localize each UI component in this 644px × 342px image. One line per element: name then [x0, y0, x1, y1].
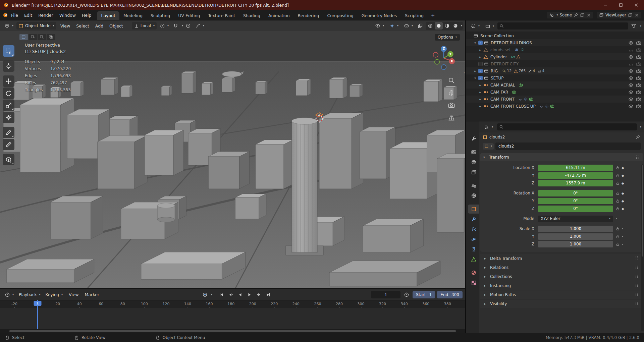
keyframe-diamond-icon[interactable]: ◆: [622, 181, 624, 185]
property-field-y[interactable]: -472.75 m: [538, 172, 613, 179]
outliner-filter-button[interactable]: [630, 22, 638, 30]
playhead[interactable]: 1: [37, 300, 38, 329]
scrollbar-handle[interactable]: [9, 330, 456, 332]
mode-select[interactable]: Object Mode▾: [16, 22, 56, 30]
workspace-tab-shading[interactable]: Shading: [239, 11, 264, 20]
properties-tab-material[interactable]: [468, 268, 479, 277]
animate-dot-icon[interactable]: •: [622, 235, 624, 238]
disable-render-toggle[interactable]: [636, 61, 641, 67]
viewport-canvas[interactable]: Options▾ User Perspective (1) SETUP | cl…: [0, 31, 465, 288]
lock-icon[interactable]: [615, 199, 620, 203]
panel-section-collections[interactable]: ▸Collections: [480, 272, 643, 281]
timeline-scrollbar[interactable]: [0, 329, 465, 333]
workspace-tab-layout[interactable]: Layout: [97, 11, 119, 20]
viewport-menu-select[interactable]: Select: [73, 22, 92, 30]
outliner-row-clouds-set[interactable]: ▸clouds set: [466, 46, 644, 53]
gizmos-button[interactable]: ▾: [387, 22, 400, 30]
menu-window[interactable]: Window: [56, 11, 79, 19]
lock-icon[interactable]: [615, 242, 620, 246]
hide-viewport-toggle[interactable]: [628, 104, 634, 109]
cursor-tool[interactable]: [3, 60, 14, 72]
timeline-menu-marker[interactable]: Marker: [82, 291, 102, 298]
panel-section-delta-transform[interactable]: ▸Delta Transform: [480, 254, 643, 263]
timeline-ruler[interactable]: -202040608010012014016018020022024026028…: [0, 300, 465, 308]
add-cube-tool[interactable]: [3, 154, 14, 165]
property-field-z[interactable]: 1.000: [538, 241, 613, 247]
viewlayer-selector[interactable]: ViewLayer: [597, 12, 641, 18]
animate-dot-icon[interactable]: •: [622, 242, 624, 246]
lock-icon[interactable]: [615, 191, 620, 195]
properties-tab-physics[interactable]: [468, 235, 479, 244]
minimize-button[interactable]: [598, 0, 613, 10]
previous-keyframe-button[interactable]: [226, 291, 235, 298]
snap-settings-chevron[interactable]: ▾: [182, 24, 183, 27]
disable-render-toggle[interactable]: [636, 47, 641, 53]
new-viewlayer-icon[interactable]: [628, 13, 633, 17]
viewport-menu-view[interactable]: View: [57, 22, 73, 30]
timeline-editor-type-button[interactable]: ▾: [3, 291, 16, 298]
menu-edit[interactable]: Edit: [21, 11, 35, 19]
disclosure-right-icon[interactable]: ▸: [478, 91, 482, 94]
properties-tab-texture[interactable]: [468, 278, 479, 287]
outliner-row-setup[interactable]: ▾✓SETUP: [466, 74, 644, 81]
keying-menu[interactable]: Keying▾: [44, 291, 65, 298]
outliner-row-detroit-buildings[interactable]: ▾✓DETROIT BUILDINGS: [466, 39, 644, 46]
panel-section-instancing[interactable]: ▸Instancing: [480, 281, 643, 290]
shading-material-button[interactable]: [443, 22, 451, 30]
scrollbar-handle[interactable]: [642, 165, 643, 256]
jump-to-end-button[interactable]: [264, 291, 273, 298]
select-mode-subtract-button[interactable]: [38, 34, 46, 40]
property-field-rotation-x[interactable]: 0°: [538, 190, 613, 196]
property-field-y[interactable]: 1.000: [538, 233, 613, 240]
properties-tab-object-data[interactable]: [468, 255, 479, 264]
viewport-options-button[interactable]: Options▾: [435, 34, 460, 41]
select-mode-extend-button[interactable]: [29, 34, 37, 40]
disclosure-down-icon[interactable]: ▾: [473, 76, 477, 80]
rotate-tool[interactable]: [3, 88, 14, 99]
menu-render[interactable]: Render: [35, 11, 56, 19]
maximize-button[interactable]: [613, 0, 629, 10]
properties-tab-particles[interactable]: [468, 225, 479, 234]
editor-type-button[interactable]: ▾: [2, 22, 15, 30]
properties-search-input[interactable]: [497, 123, 637, 130]
sidebar-collapse-arrow[interactable]: ‹: [464, 70, 465, 75]
menu-file[interactable]: File: [8, 11, 21, 19]
menu-help[interactable]: Help: [79, 11, 95, 19]
outliner-row-cam-far[interactable]: ▸CAM FAR: [466, 89, 644, 96]
viewport-menu-add[interactable]: Add: [92, 22, 106, 30]
jump-to-start-button[interactable]: [217, 291, 226, 298]
outliner-row-cylinder[interactable]: ▸Cylinder: [466, 53, 644, 60]
navigation-gizmo[interactable]: Z Y X: [430, 44, 458, 72]
move-tool[interactable]: [3, 75, 14, 87]
hide-viewport-toggle[interactable]: [628, 47, 634, 53]
properties-tab-constraints[interactable]: [468, 245, 479, 254]
disclosure-down-icon[interactable]: ▾: [473, 41, 477, 45]
disclosure-right-icon[interactable]: ▸: [478, 83, 482, 87]
properties-scrollbar[interactable]: [641, 164, 644, 331]
disclosure-right-icon[interactable]: ▸: [478, 55, 482, 59]
transform-panel-header[interactable]: ▾ Transform: [480, 153, 643, 161]
disable-render-toggle[interactable]: [636, 68, 641, 74]
outliner-filter-chevron[interactable]: ▾: [640, 25, 641, 27]
scene-selector[interactable]: ▾ Scene: [547, 12, 593, 18]
keyframe-diamond-icon[interactable]: ◆: [622, 207, 624, 211]
outliner-row-rig[interactable]: ▸✓RIG1276544: [466, 67, 644, 74]
select-mode-intersect-button[interactable]: [47, 34, 55, 40]
workspace-tab-geometry-nodes[interactable]: Geometry Nodes: [358, 11, 401, 20]
disclosure-right-icon[interactable]: ▸: [478, 48, 482, 52]
snap-toggle[interactable]: [172, 22, 180, 30]
workspace-tab-rendering[interactable]: Rendering: [294, 11, 323, 20]
axis-negative-y[interactable]: [435, 59, 440, 64]
workspace-tab-compositing[interactable]: Compositing: [323, 11, 357, 20]
lock-icon[interactable]: [615, 181, 620, 185]
proportional-editing-toggle[interactable]: [184, 22, 192, 30]
hide-viewport-toggle[interactable]: [628, 68, 634, 74]
disable-render-toggle[interactable]: [636, 40, 641, 46]
playback-menu[interactable]: Playback▾: [17, 291, 43, 298]
pin-icon[interactable]: [574, 13, 578, 17]
shading-rendered-button[interactable]: [451, 22, 460, 30]
shading-wireframe-button[interactable]: [426, 22, 434, 30]
preview-range-button[interactable]: [402, 291, 411, 298]
properties-tab-view-layer[interactable]: [468, 168, 479, 177]
auto-keying-record-button[interactable]: [201, 291, 209, 298]
